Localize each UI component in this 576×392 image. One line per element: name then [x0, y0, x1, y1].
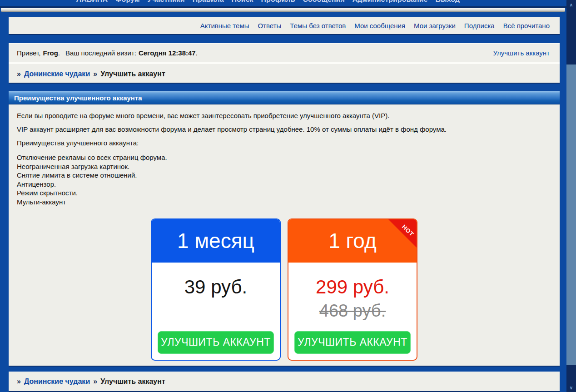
menu-subscription[interactable]: Подписка: [464, 22, 495, 30]
benefits-list: Отключение рекламы со всех страниц форум…: [17, 153, 551, 207]
welcome-panel: Привет, Frog . Ваш последний визит: Сего…: [9, 43, 560, 84]
breadcrumb-current-page: Улучшить аккаунт: [100, 70, 165, 78]
breadcrumb-separator: »: [93, 377, 97, 386]
benefit-item: Антицензор.: [17, 180, 551, 189]
vip-benefits-panel: Преимущества улучшенного аккаунта Если в…: [9, 91, 560, 367]
separator-band: [1, 8, 565, 12]
benefit-item: Неограниченная загрузка картинок.: [17, 162, 551, 171]
username: Frog: [43, 49, 58, 57]
menu-my-uploads[interactable]: Мои загрузки: [414, 22, 456, 30]
panel-title: Преимущества улучшенного аккаунта: [9, 91, 560, 104]
site-navbar-links: ЛАВИНА Форум Участники Правила Поиск Про…: [76, 0, 460, 4]
breadcrumb-forum-link[interactable]: Донинские чудаки: [24, 70, 90, 78]
quick-menu-bar: Активные темы Ответы Темы без ответов Мо…: [9, 17, 560, 35]
nav-item-profile[interactable]: Профиль: [261, 0, 295, 4]
nav-item-members[interactable]: Участники: [147, 0, 184, 4]
forum-page: ЛАВИНА Форум Участники Правила Поиск Про…: [0, 0, 576, 392]
pricing-cards: 1 месяц 39 руб. УЛУЧШИТЬ АККАУНТ 1 год H…: [17, 218, 551, 361]
card-month-title: 1 месяц: [152, 219, 280, 263]
bottom-breadcrumb-panel: » Донинские чудаки » Улучшить аккаунт: [9, 372, 560, 392]
nav-item-lavina[interactable]: ЛАВИНА: [76, 0, 108, 4]
scrollbar-thumb[interactable]: [566, 9, 576, 65]
breadcrumb-separator: »: [93, 70, 97, 78]
breadcrumb-current-page: Улучшить аккаунт: [100, 377, 165, 386]
welcome-row: Привет, Frog . Ваш последний визит: Сего…: [9, 43, 560, 62]
chevron-up-icon: ∧: [570, 2, 573, 7]
card-month-price: 39 руб.: [152, 276, 280, 298]
greeting-label: Привет,: [17, 49, 41, 57]
breadcrumb: » Донинские чудаки » Улучшить аккаунт: [9, 372, 560, 391]
pricing-card-month: 1 месяц 39 руб. УЛУЧШИТЬ АККАУНТ: [151, 218, 281, 361]
panel-body: Если вы проводите на форуме много времен…: [9, 104, 560, 361]
menu-unanswered[interactable]: Темы без ответов: [290, 22, 346, 30]
chevron-down-icon: ∨: [570, 385, 573, 390]
last-visit-label: Ваш последний визит:: [65, 49, 136, 57]
benefit-item: Режим скрытности.: [17, 189, 551, 198]
vip-description-paragraph: VIP аккаунт расширяет для вас возможност…: [17, 125, 551, 133]
upgrade-month-button[interactable]: УЛУЧШИТЬ АККАУНТ: [158, 331, 274, 354]
card-year-price: 299 руб.: [288, 276, 417, 298]
nav-item-messages[interactable]: Сообщения: [303, 0, 345, 4]
upgrade-account-link[interactable]: Улучшить аккаунт: [493, 49, 550, 57]
benefits-heading: Преимущества улучшенного аккаунта:: [17, 139, 551, 147]
nav-item-rules[interactable]: Правила: [193, 0, 224, 4]
benefit-item: Снятие лимита в системе отношений.: [17, 171, 551, 180]
card-year-old-price: 468 руб.: [288, 301, 417, 321]
vertical-scrollbar[interactable]: ∧ ∨: [566, 0, 576, 392]
menu-my-posts[interactable]: Мои сообщения: [354, 22, 405, 30]
benefit-item: Мульти-аккаунт: [17, 198, 551, 207]
intro-paragraph: Если вы проводите на форуме много времен…: [17, 112, 551, 119]
breadcrumb-separator: »: [17, 377, 21, 386]
scroll-up-button[interactable]: ∧: [566, 0, 576, 9]
menu-mark-all-read[interactable]: Всё прочитано: [503, 22, 550, 30]
scroll-down-button[interactable]: ∨: [566, 365, 576, 392]
site-navbar: ЛАВИНА Форум Участники Правила Поиск Про…: [0, 0, 566, 6]
welcome-text: Привет, Frog . Ваш последний визит: Сего…: [17, 49, 198, 57]
nav-item-logout[interactable]: Выход: [435, 0, 459, 4]
breadcrumb-forum-link[interactable]: Донинские чудаки: [24, 377, 90, 386]
nav-item-search[interactable]: Поиск: [232, 0, 253, 4]
menu-active-topics[interactable]: Активные темы: [200, 22, 249, 30]
benefit-item: Отключение рекламы со всех страниц форум…: [17, 153, 551, 162]
menu-replies[interactable]: Ответы: [258, 22, 282, 30]
nav-item-forum[interactable]: Форум: [115, 0, 140, 4]
breadcrumb: » Донинские чудаки » Улучшить аккаунт: [9, 64, 560, 84]
last-visit-time: Сегодня 12:38:47: [139, 49, 196, 57]
nav-item-admin[interactable]: Администрирование: [353, 0, 428, 4]
breadcrumb-separator: »: [17, 70, 21, 78]
dot: .: [58, 49, 60, 57]
pricing-card-year: 1 год HOT 299 руб. 468 руб. УЛУЧШИТЬ АКК…: [288, 218, 417, 361]
upgrade-year-button[interactable]: УЛУЧШИТЬ АККАУНТ: [294, 331, 411, 354]
dot: .: [196, 49, 198, 57]
